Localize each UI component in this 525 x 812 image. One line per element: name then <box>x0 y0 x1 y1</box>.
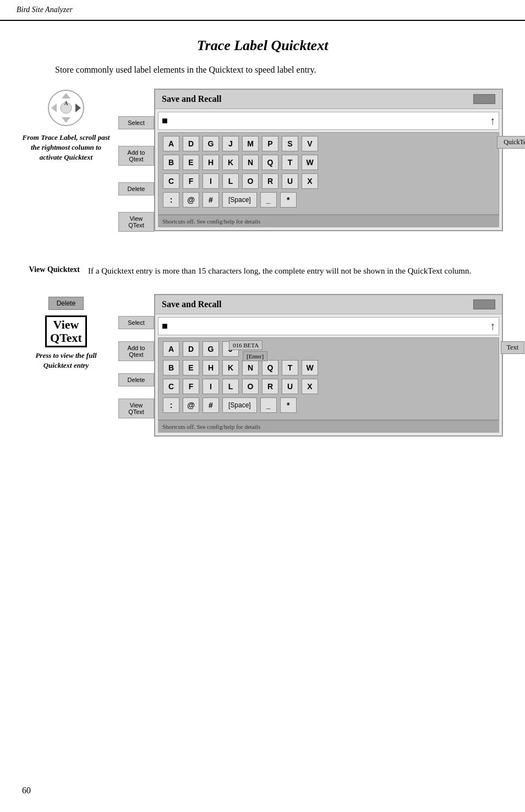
key-Q[interactable]: Q <box>262 155 278 170</box>
key-U[interactable]: U <box>282 173 298 189</box>
app-name: Bird Site Analyzer <box>17 6 73 14</box>
sar-header-1: Save and Recall <box>155 90 502 109</box>
key-X[interactable]: X <box>302 173 318 189</box>
key-P[interactable]: P <box>262 136 278 151</box>
key-row-2-2: B E H K N Q T W <box>163 360 494 375</box>
key-O[interactable]: O <box>242 173 259 189</box>
key2-X[interactable]: X <box>302 379 318 394</box>
input-row-1: ■ ↑ <box>158 112 499 130</box>
key-I[interactable]: I <box>203 173 219 189</box>
svg-marker-2 <box>51 103 57 112</box>
key2-D[interactable]: D <box>183 341 199 357</box>
key2-H[interactable]: H <box>203 360 219 375</box>
tooltip-enter: [Enter] <box>243 351 267 361</box>
svg-marker-4 <box>62 93 70 99</box>
keyboard-grid-2: A D G J 016 BETA [Enter] Text B E <box>158 337 499 420</box>
delete-button[interactable]: Delete <box>118 182 154 195</box>
key-row-2-4: : @ # [Space] _ * <box>163 397 494 413</box>
press-to-label: Press to view the full Quicktext entry <box>22 351 110 370</box>
select-button[interactable]: Select <box>118 116 154 129</box>
key2-A[interactable]: A <box>163 341 179 357</box>
delete-btn-big[interactable]: Delete <box>48 297 84 310</box>
sidebar-buttons-2: Select Add toQtext Delete ViewQText <box>110 294 154 430</box>
key-K[interactable]: K <box>222 155 239 170</box>
key-asterisk[interactable]: * <box>280 192 297 208</box>
key-row-2-1: A D G J 016 BETA [Enter] Text <box>163 341 494 357</box>
page-header: Bird Site Analyzer <box>0 0 525 21</box>
quicktext-label: QuickText <box>497 136 525 149</box>
key2-I[interactable]: I <box>203 379 219 394</box>
key-S[interactable]: S <box>282 136 298 151</box>
key-J[interactable]: J <box>222 136 239 151</box>
shortcuts-bar-1: Shortcuts off. See config/help for detai… <box>158 215 499 227</box>
input-row-2: ■ ↑ <box>158 317 499 335</box>
key-N[interactable]: N <box>242 155 259 170</box>
key-at[interactable]: @ <box>183 192 199 208</box>
key-E[interactable]: E <box>183 155 199 170</box>
key2-colon[interactable]: : <box>163 397 179 413</box>
add-to-qtext-button-2[interactable]: Add toQtext <box>118 341 154 361</box>
key-A[interactable]: A <box>163 136 179 151</box>
key-R[interactable]: R <box>262 173 278 189</box>
keyboard-grid-1: A D G J M P S V QuickText B E H <box>158 132 499 215</box>
key-underscore[interactable]: _ <box>260 192 277 208</box>
sar-panel-1: Save and Recall ■ ↑ A D G J M P <box>154 89 503 231</box>
key2-G[interactable]: G <box>203 341 219 357</box>
key-space[interactable]: [Space] <box>222 192 257 208</box>
cursor-2: ■ <box>162 320 168 332</box>
key-F[interactable]: F <box>183 173 199 189</box>
key2-T[interactable]: T <box>282 360 298 375</box>
key2-B[interactable]: B <box>163 360 179 375</box>
add-to-qtext-button[interactable]: Add toQtext <box>118 146 154 166</box>
left-panel-2: Delete ViewQText Press to view the full … <box>22 294 110 371</box>
view-quicktext-section: View Quicktext If a Quicktext entry is m… <box>22 265 503 277</box>
nav-widget[interactable]: A <box>47 89 85 127</box>
sar-title-1: Save and Recall <box>162 94 221 104</box>
key2-at[interactable]: @ <box>183 397 199 413</box>
key-colon[interactable]: : <box>163 192 179 208</box>
left-panel: A From Trace Label, scroll past the righ… <box>22 89 110 163</box>
nav-left-label: From Trace Label, scroll past the rightm… <box>22 133 110 163</box>
key2-space[interactable]: [Space] <box>222 397 257 413</box>
key2-E[interactable]: E <box>183 360 199 375</box>
tooltip-016beta: 016 BETA <box>229 340 262 350</box>
key2-R[interactable]: R <box>262 379 278 394</box>
view-quicktext-desc: If a Quicktext entry is more than 15 cha… <box>88 265 503 277</box>
key-H[interactable]: H <box>203 155 219 170</box>
svg-marker-3 <box>75 103 81 112</box>
delete-button-2[interactable]: Delete <box>118 373 154 386</box>
key2-underscore[interactable]: _ <box>260 397 277 413</box>
key-M[interactable]: M <box>242 136 259 151</box>
up-arrow: ↑ <box>490 115 495 127</box>
view-qtext-button[interactable]: ViewQText <box>118 212 154 232</box>
select-button-2[interactable]: Select <box>118 316 154 329</box>
key2-F[interactable]: F <box>183 379 199 394</box>
key2-C[interactable]: C <box>163 379 179 394</box>
key2-U[interactable]: U <box>282 379 298 394</box>
key-W[interactable]: W <box>302 155 318 170</box>
key-C[interactable]: C <box>163 173 179 189</box>
key2-asterisk[interactable]: * <box>280 397 297 413</box>
key2-hash[interactable]: # <box>203 397 219 413</box>
diagram-block-2: Delete ViewQText Press to view the full … <box>22 294 503 437</box>
key-L[interactable]: L <box>222 173 239 189</box>
view-qtext-button-2[interactable]: ViewQText <box>118 399 154 418</box>
view-quicktext-label: View Quicktext <box>22 265 88 275</box>
key-V[interactable]: V <box>302 136 318 151</box>
key2-N[interactable]: N <box>242 360 259 375</box>
key2-O[interactable]: O <box>242 379 259 394</box>
key2-L[interactable]: L <box>222 379 239 394</box>
sidebar-buttons-1: Select Add toQtext Delete ViewQText <box>110 89 154 248</box>
key2-K[interactable]: K <box>222 360 239 375</box>
sar-panel-2: Save and Recall ■ ↑ A D G J 016 BE <box>154 294 503 437</box>
section-title: Trace Label Quicktext <box>22 37 503 54</box>
key2-Q[interactable]: Q <box>262 360 278 375</box>
key-G[interactable]: G <box>203 136 219 151</box>
key-D[interactable]: D <box>183 136 199 151</box>
key-hash[interactable]: # <box>203 192 219 208</box>
key2-W[interactable]: W <box>302 360 318 375</box>
key-B[interactable]: B <box>163 155 179 170</box>
key-T[interactable]: T <box>282 155 298 170</box>
key-row-2: B E H K N Q T W <box>163 155 494 170</box>
sar-scroll-indicator-2 <box>473 299 495 309</box>
